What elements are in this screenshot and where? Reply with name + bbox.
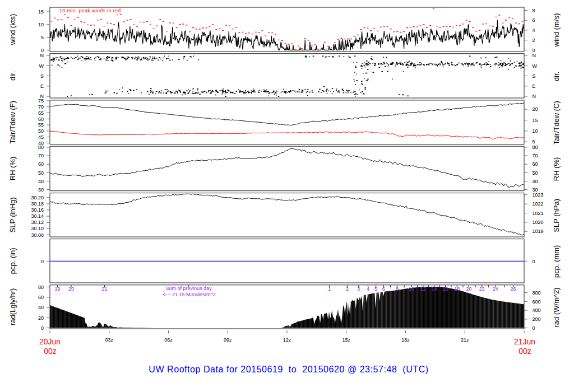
svg-text:21Jun: 21Jun	[514, 337, 535, 346]
svg-text:18z: 18z	[401, 337, 410, 343]
svg-text:dir.: dir.	[552, 72, 561, 81]
svg-text:50: 50	[38, 170, 44, 176]
svg-text:50: 50	[533, 170, 538, 176]
svg-text:40: 40	[38, 179, 44, 184]
svg-text:1021: 1021	[533, 211, 544, 216]
svg-text:800: 800	[533, 290, 541, 296]
svg-text:20: 20	[68, 286, 74, 292]
svg-text:600: 600	[533, 299, 541, 305]
svg-text:21: 21	[101, 286, 107, 292]
svg-text:0: 0	[41, 325, 44, 331]
svg-text:30.08: 30.08	[31, 232, 44, 238]
svg-text:1022: 1022	[533, 201, 544, 207]
svg-text:30: 30	[38, 187, 44, 193]
svg-text:16: 16	[442, 286, 448, 292]
svg-text:Tair/Tdew (C): Tair/Tdew (C)	[552, 101, 561, 144]
svg-text:200: 200	[533, 316, 541, 322]
svg-text:5: 5	[41, 35, 44, 40]
svg-text:24: 24	[493, 286, 498, 292]
svg-text:W: W	[39, 63, 44, 69]
svg-text:03z: 03z	[105, 337, 114, 343]
svg-text:12: 12	[420, 286, 426, 292]
svg-text:SLP (hPa): SLP (hPa)	[552, 199, 561, 232]
svg-text:10: 10	[533, 128, 538, 134]
svg-text:30.12: 30.12	[31, 220, 44, 225]
svg-text:6: 6	[533, 17, 535, 23]
svg-text:W: W	[533, 63, 538, 69]
svg-text:1023: 1023	[533, 192, 544, 198]
svg-text:E: E	[40, 83, 44, 89]
svg-text:20Jun: 20Jun	[39, 337, 61, 346]
svg-text:65: 65	[38, 110, 44, 116]
svg-text:6: 6	[382, 286, 385, 292]
svg-text:40: 40	[533, 179, 538, 184]
svg-text:2: 2	[346, 286, 349, 292]
svg-text:UW Rooftop Data for 20150619: UW Rooftop Data for 20150619 to 20150620…	[149, 365, 428, 374]
svg-text:1019: 1019	[533, 228, 544, 234]
svg-text:S: S	[40, 73, 44, 79]
svg-text:60: 60	[38, 295, 44, 300]
svg-text:0: 0	[41, 48, 44, 53]
svg-text:30.16: 30.16	[31, 207, 44, 213]
svg-text:4: 4	[533, 27, 535, 33]
svg-text:400: 400	[533, 307, 541, 313]
svg-text:N: N	[533, 94, 536, 99]
svg-text:15z: 15z	[342, 337, 351, 343]
svg-text:50: 50	[38, 128, 44, 134]
svg-text:30.18: 30.18	[31, 201, 44, 207]
svg-text:14: 14	[431, 286, 437, 292]
svg-text:pcp. (in): pcp. (in)	[8, 248, 17, 274]
svg-text:60: 60	[38, 161, 44, 167]
svg-text:pcp. (mm): pcp. (mm)	[552, 245, 561, 278]
svg-text:wind (kts): wind (kts)	[8, 14, 17, 46]
svg-text:5: 5	[374, 286, 377, 292]
svg-text:4: 4	[367, 286, 369, 292]
svg-text:Tair/Tdew (F): Tair/Tdew (F)	[8, 101, 17, 144]
svg-text:75: 75	[38, 98, 44, 104]
svg-text:0: 0	[41, 259, 44, 264]
svg-text:70: 70	[38, 104, 44, 110]
svg-text:15: 15	[38, 9, 44, 15]
svg-text:N: N	[40, 53, 44, 58]
svg-text:15: 15	[533, 118, 538, 123]
svg-text:1020: 1020	[533, 220, 544, 225]
svg-text:N: N	[533, 53, 536, 58]
svg-text:dir.: dir.	[8, 71, 17, 81]
svg-text:RH (%): RH (%)	[552, 157, 561, 181]
svg-text:19: 19	[55, 286, 61, 292]
svg-text:26: 26	[510, 286, 516, 292]
svg-text:18: 18	[454, 286, 460, 292]
svg-text:1: 1	[328, 286, 331, 292]
svg-text:00z: 00z	[44, 347, 57, 356]
svg-text:SLP (inHg): SLP (inHg)	[8, 197, 17, 232]
svg-text:30.10: 30.10	[31, 226, 44, 231]
svg-text:30.20: 30.20	[31, 195, 44, 200]
svg-text:8: 8	[533, 8, 535, 13]
svg-text:80: 80	[38, 284, 44, 290]
svg-text:0: 0	[533, 325, 535, 331]
svg-text:8: 8	[396, 286, 399, 292]
svg-text:E: E	[533, 83, 536, 89]
svg-text:2: 2	[533, 38, 535, 43]
svg-text:30.14: 30.14	[31, 213, 44, 219]
svg-text:10 min. peak winds in red: 10 min. peak winds in red	[59, 8, 121, 13]
svg-text:06z: 06z	[164, 337, 173, 343]
svg-text:3: 3	[357, 286, 360, 292]
svg-text:09z: 09z	[224, 337, 232, 343]
svg-text:70: 70	[38, 153, 44, 158]
svg-text:80: 80	[533, 144, 538, 150]
svg-text:RH (%): RH (%)	[8, 157, 17, 181]
svg-text:21z: 21z	[461, 337, 469, 343]
svg-text:40: 40	[38, 305, 44, 310]
svg-text:<--- 21.15 MJoules/m^2: <--- 21.15 MJoules/m^2	[163, 292, 216, 297]
svg-text:rad(Lgly/hr): rad(Lgly/hr)	[8, 288, 17, 325]
svg-text:60: 60	[533, 161, 538, 167]
svg-text:00z: 00z	[519, 347, 531, 356]
svg-text:rad (W/m^2): rad (W/m^2)	[552, 287, 561, 327]
svg-text:20: 20	[38, 315, 44, 321]
svg-text:S: S	[533, 73, 536, 79]
svg-text:10: 10	[409, 286, 414, 292]
svg-text:20: 20	[466, 286, 471, 292]
svg-text:12z: 12z	[283, 337, 291, 343]
svg-text:wind (m/s): wind (m/s)	[552, 13, 561, 48]
